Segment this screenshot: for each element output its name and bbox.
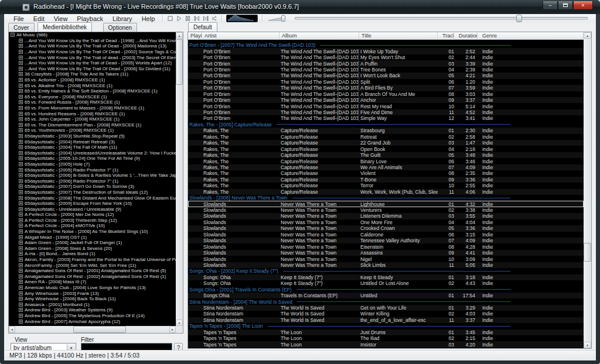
expand-icon[interactable]: + [19,95,23,99]
column-header-duration[interactable]: Duration [454,32,478,39]
expand-icon[interactable]: + [19,140,23,144]
library-item[interactable]: +65daysofstatic - [2004] The Fall Of Mat… [9,145,176,150]
playlist-track-row[interactable]: Stina NordenstamThe World Is SavedGet on… [188,305,584,311]
library-item[interactable]: +Anasarca - [2001] Moribund (1) [9,302,176,308]
expand-icon[interactable]: + [19,269,23,273]
playlist-track-row[interactable]: SlowlandsNever Was There a TownOne More … [188,219,584,225]
expand-icon[interactable]: + [19,106,23,110]
playlist-track-row[interactable]: Port O'BrienThe Wind And The Swell-(DAD … [188,103,584,109]
expand-icon[interactable]: + [19,78,23,82]
library-item[interactable]: +Amy Winehouse - [2006] Back To Black (1… [9,296,176,302]
playlist-track-row[interactable]: Rakes, TheCapture/ReleaseStrasbourg012:3… [188,128,584,133]
playlist-track-row[interactable]: Port O'BrienThe Wind And The Swell-(DAD … [188,60,584,66]
playlist-track-row[interactable]: SlowlandsNever Was There a TownListeners… [188,213,584,219]
seek-track[interactable] [295,17,588,20]
library-item[interactable]: +65 vs. Alkaline Trio - [2008] RMXSCEE (… [9,83,176,88]
playlist-scrollbar[interactable]: ▲ ▼ [584,32,591,348]
library-item[interactable]: +65 vs. From Monument to Masses - [2008]… [9,105,176,111]
expand-icon[interactable]: + [19,246,23,250]
playlist-track-row[interactable]: Rakes, TheCapture/ReleaseThe Guilt053:48… [188,152,584,158]
menu-item-library[interactable]: Library [108,15,137,22]
library-item[interactable]: +Adam Green - [2006] Jacket Full Of Dang… [9,240,176,246]
library-item[interactable]: +Adam Green - [2008] Sixes & Sevens (20) [9,246,176,252]
library-item[interactable]: +65 vs. Actionier - [2008] RMXSCEE (1) [9,77,176,83]
library-item[interactable]: +65 vs. The Dismemberment Plan - [2008] … [9,122,176,128]
playlist-track-row[interactable]: Tapes 'n TapesThe LoonJust Drums013:45In… [188,329,584,335]
seek-thumb[interactable] [516,15,522,22]
playlist-track-row[interactable]: Port O'BrienThe Wind And The Swell-(DAD … [188,73,584,78]
expand-icon[interactable]: + [19,286,23,290]
playlist-track-row[interactable]: SlowlandsNever Was There a TownLighthous… [188,201,584,207]
library-hscroll-thumb[interactable] [73,326,126,333]
expand-icon[interactable]: + [19,128,23,132]
library-item[interactable]: +65 vs. Everyone - [2008] RMXSCEE (1) [9,94,176,100]
menu-item-view[interactable]: View [49,15,73,22]
expand-icon[interactable]: + [19,72,23,76]
menu-item-playback[interactable]: Playback [72,15,108,22]
playlist-track-row[interactable]: Port O'BrienThe Wind And The Swell-(DAD … [188,97,584,103]
column-header-album[interactable]: Album [279,32,359,39]
expand-icon[interactable]: + [19,162,23,166]
scroll-down-icon[interactable]: ▼ [584,342,591,348]
library-item[interactable]: +36 Crazyfists - [2008] The Tide And Its… [9,71,176,77]
menu-item-edit[interactable]: Edit [29,15,49,22]
library-item[interactable]: +65daysofstatic - [2004] Unreleased/Unre… [9,150,176,156]
close-button[interactable]: × [573,1,593,10]
expand-icon[interactable]: + [19,100,23,104]
scroll-up-icon[interactable]: ▲ [176,32,183,39]
playlist-track-row[interactable]: SlowlandsNever Was There a TownAssassins… [188,250,584,256]
expand-icon[interactable]: + [19,291,23,296]
expand-icon[interactable]: + [19,179,23,183]
expand-icon[interactable]: + [19,207,23,211]
library-vertical-scrollbar[interactable]: ▲ ▼ [176,32,183,326]
playlist-track-row[interactable]: Rakes, TheCapture/Release22 Grand Job031… [188,140,584,146]
expand-icon[interactable]: + [19,168,23,172]
menu-item-help[interactable]: Help [137,15,160,22]
library-horizontal-scrollbar[interactable]: ◄ ► [9,326,176,333]
expand-icon[interactable]: + [19,218,23,222]
playlist-track-row[interactable]: Stina NordenstamThe World Is Savedthe_en… [188,317,584,323]
expand-icon[interactable]: + [19,297,23,301]
expand-icon[interactable]: + [19,89,23,93]
expand-icon[interactable]: + [19,229,23,233]
expand-icon[interactable]: + [19,274,23,279]
expand-icon[interactable]: + [19,212,23,217]
expand-icon[interactable]: + [19,257,23,262]
playlist-track-row[interactable]: SlowlandsNever Was There a TownEisenstei… [188,243,584,249]
pause-button[interactable] [184,15,192,22]
tab-medienbibliothek[interactable]: Medienbibliothek [38,22,92,32]
expand-icon[interactable]: + [19,61,23,65]
expand-icon[interactable]: + [19,123,23,127]
playlist-group-header[interactable]: Stina Nordenstam - [2004] The World Is S… [188,298,510,304]
playlist-track-row[interactable]: SlowlandsNever Was There a TownSlick Lim… [188,262,584,268]
library-item[interactable]: +65 vs. Youthmovies - [2008] RMXSCEE (1) [9,128,176,133]
tab-default[interactable]: Default [188,22,217,32]
playlist-track-row[interactable]: Port O'BrienThe Wind And The Swell-(DAD … [188,91,584,97]
expand-icon[interactable]: + [19,280,23,284]
library-item[interactable]: +65daysofstatic - [2005] Hole (7) [9,162,176,167]
expand-icon[interactable]: + [19,117,23,121]
library-item[interactable]: +Andrew Bird - [2003] Weather Systems (9… [9,307,176,313]
expand-icon[interactable]: + [19,44,23,48]
playlist-track-row[interactable]: Port O'BrienThe Wind And The Swell-(DAD … [188,67,584,73]
playlist-group-header[interactable]: Songs:Ohia - [2001] Travels In Constants… [188,287,510,293]
column-header-title[interactable]: Title [359,32,438,39]
playlist-track-row[interactable]: Port O'BrienThe Wind And The Swell-(DAD … [188,54,584,60]
random-button[interactable] [210,15,218,22]
expand-icon[interactable]: + [19,50,23,54]
playlist-track-row[interactable]: Rakes, TheCapture/ReleaseTerror102:55Ind… [188,183,584,188]
playlist-scroll-thumb[interactable] [584,243,591,262]
playlist-track-row[interactable]: Rakes, TheCapture/ReleaseRetreat022:58In… [188,134,584,140]
expand-icon[interactable]: + [19,196,23,200]
column-header-artist[interactable]: Artist [202,32,279,39]
playlist-track-row[interactable]: Rakes, TheCapture/ReleaseOpen Book042:18… [188,146,584,152]
library-item[interactable]: +65daysofstatic - [2007] Don't Go Down T… [9,184,176,190]
library-item[interactable]: +65daysofstatic - [2006] B-Sides & Rarit… [9,173,176,178]
library-item[interactable]: +Amy Winehouse - [2003] Frank (13) [9,290,176,296]
expand-icon[interactable]: + [19,156,23,160]
menu-item-file[interactable]: File [9,15,29,22]
library-item[interactable]: +65 vs. Forward Russia - [2008] RMXSCEE … [9,99,176,105]
library-item[interactable]: +...And You Will Know Us By The Trail of… [9,54,176,60]
stop-button[interactable] [166,15,174,22]
expand-icon[interactable]: + [19,145,23,149]
